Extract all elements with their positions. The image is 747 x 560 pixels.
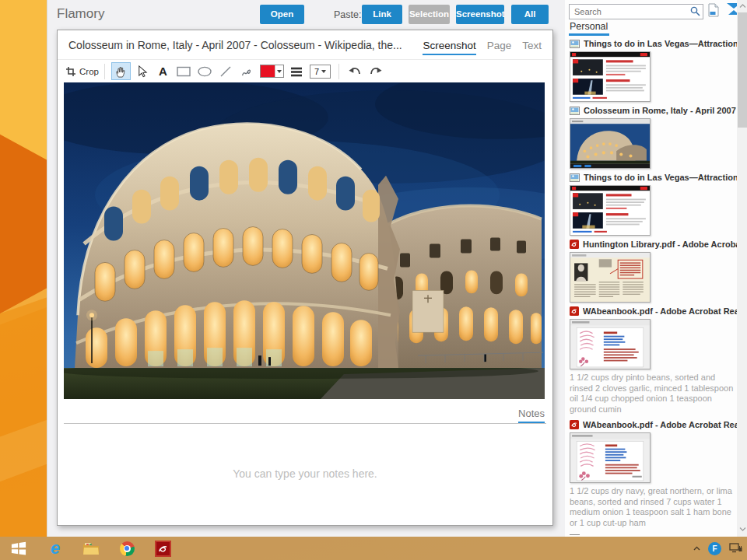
tab-personal-underline [569, 33, 609, 36]
open-button[interactable]: Open [260, 5, 304, 24]
paste-all-button[interactable]: All [511, 5, 549, 24]
paste-selection-button[interactable]: Selection [409, 5, 450, 24]
tab-page[interactable]: Page [487, 40, 512, 55]
annotation-toolbar: Crop A [58, 60, 552, 82]
webpage-icon [570, 534, 580, 536]
current-color-swatch [261, 65, 275, 77]
thumbnail[interactable] [570, 432, 651, 483]
thumbnail-colosseum [570, 119, 650, 168]
color-picker[interactable] [260, 65, 284, 78]
taskbar-item-acrobat-reader[interactable] [145, 537, 181, 560]
crop-button[interactable]: Crop [65, 66, 99, 77]
list-item[interactable]: Things to do in Las Vegas—Attractions, r… [570, 171, 745, 236]
text-tool-button[interactable]: A [153, 62, 173, 80]
pdf-icon [570, 306, 579, 316]
list-item-snippet: 1 1/2 cups dry pinto beans, sorted and r… [570, 373, 736, 415]
thickness-tool-button[interactable] [287, 62, 307, 80]
line-thickness-icon [290, 66, 303, 77]
snapshot-viewer: Colosseum in Rome, Italy - April 2007 - … [57, 30, 553, 526]
notes-divider [64, 423, 546, 424]
toolbar-divider [104, 64, 105, 79]
thumbnail-lasvegas [570, 52, 650, 101]
cursor-icon [136, 65, 148, 78]
ellipse-tool-button[interactable] [195, 62, 215, 80]
taskbar-item-chrome[interactable] [109, 537, 145, 560]
show-hidden-icons-button[interactable] [693, 546, 700, 551]
snapshot-title: Colosseum in Rome, Italy - April 2007 - … [68, 39, 423, 51]
list-item-snippet: 1 1/2 cups dry navy, great northern, or … [570, 486, 736, 528]
new-note-icon[interactable] [707, 3, 720, 17]
start-button[interactable] [0, 537, 37, 560]
line-icon [219, 65, 232, 78]
list-item[interactable]: WAbeanbook.pdf - Adobe Acrobat Reader DC [570, 305, 745, 415]
thumbnail-lasvegas [570, 186, 650, 235]
chrome-icon [120, 541, 135, 556]
tab-personal[interactable]: Personal [570, 21, 608, 32]
pdf-icon [570, 240, 579, 249]
chevron-down-icon [739, 527, 746, 531]
thumbnail[interactable] [570, 118, 651, 169]
redo-icon [369, 65, 383, 77]
list-item[interactable]: Things to do in Las Vegas—Attractions, r… [570, 37, 745, 102]
scroll-up-button[interactable] [737, 0, 747, 12]
tab-text[interactable]: Text [522, 40, 542, 55]
paste-screenshot-button[interactable]: Screenshot [456, 5, 504, 24]
acrobat-reader-icon [155, 541, 171, 557]
viewer-title-row: Colosseum in Rome, Italy - April 2007 - … [58, 30, 552, 60]
list-item-title: Things to do in Las Vegas—Attractions, r… [584, 39, 738, 48]
list-item[interactable]: Colosseum in Rome, Italy - April 2007 - … [570, 104, 745, 169]
list-item-title: Colosseum in Rome, Italy - April 2007 - … [584, 106, 738, 115]
pen-tool-button[interactable] [237, 62, 257, 80]
scroll-down-button[interactable] [737, 523, 747, 535]
color-dropdown-button[interactable] [275, 65, 283, 77]
pan-tool-button[interactable] [111, 62, 131, 80]
stroke-width-dropdown[interactable]: 7 [310, 65, 331, 79]
system-tray: F [693, 537, 742, 560]
list-item-title: WAbeanbook.pdf - Adobe Acrobat Reader DC [583, 420, 737, 429]
list-item-title: Hydroelectricity - Wikipedia, the free e… [584, 534, 738, 535]
notes-editor[interactable]: You can type your notes here. [58, 467, 552, 480]
taskbar-item-internet-explorer[interactable]: e [37, 537, 73, 560]
toolbar-divider [338, 64, 339, 79]
paste-label: Paste: [334, 9, 361, 20]
file-explorer-icon [82, 542, 100, 555]
search-icon[interactable] [690, 6, 700, 16]
app-title: Flamory [57, 6, 104, 22]
undo-button[interactable] [345, 62, 365, 80]
thumbnail[interactable] [570, 252, 651, 303]
network-tray-icon[interactable] [729, 543, 742, 554]
undo-icon [348, 65, 362, 77]
flamory-window: Flamory Open Paste: Link Selection Scree… [47, 0, 747, 537]
flamory-tray-icon[interactable]: F [708, 542, 721, 555]
webpage-icon [570, 107, 580, 115]
stroke-width-value: 7 [314, 67, 319, 76]
search-input[interactable] [569, 4, 703, 19]
sidebar-scrollbar[interactable] [737, 0, 747, 537]
webpage-icon [570, 173, 580, 182]
scrollbar-thumb[interactable] [738, 12, 747, 128]
history-list: Things to do in Las Vegas—Attractions, r… [570, 37, 745, 535]
paste-link-button[interactable]: Link [362, 5, 402, 24]
flamory-tray-letter: F [712, 544, 717, 553]
chevron-down-icon [321, 70, 326, 73]
thumbnail[interactable] [570, 319, 651, 369]
list-item[interactable]: Huntington Library.pdf - Adobe Acrobat R… [570, 238, 745, 303]
rectangle-tool-button[interactable] [174, 62, 194, 80]
rectangle-icon [177, 66, 191, 77]
taskbar-item-file-explorer[interactable] [73, 537, 109, 560]
list-item[interactable]: Hydroelectricity - Wikipedia, the free e… [570, 532, 745, 535]
screenshot-image[interactable] [64, 82, 545, 399]
thumbnail[interactable] [570, 185, 651, 236]
ellipse-icon [198, 66, 212, 77]
redo-button[interactable] [366, 62, 386, 80]
viewer-tabs: Screenshot Page Text [423, 40, 542, 55]
tab-notes[interactable]: Notes [518, 408, 545, 423]
list-item[interactable]: WAbeanbook.pdf - Adobe Acrobat Reader DC [570, 418, 745, 528]
list-item-title: Things to do in Las Vegas—Attractions, r… [584, 173, 738, 182]
line-tool-button[interactable] [216, 62, 236, 80]
thumbnail-beanbook-pdf [570, 320, 650, 369]
hand-icon [115, 65, 127, 78]
select-tool-button[interactable] [132, 62, 152, 80]
thumbnail[interactable] [570, 51, 651, 102]
tab-screenshot[interactable]: Screenshot [423, 40, 475, 55]
